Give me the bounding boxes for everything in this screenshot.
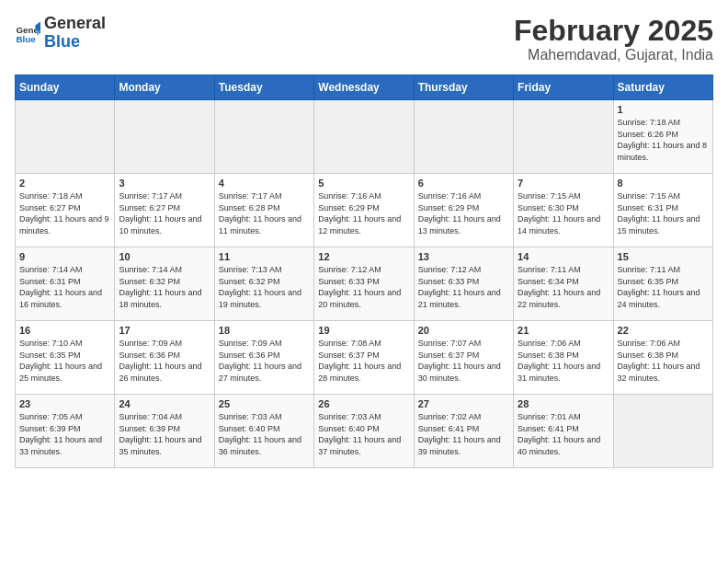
day-header-friday: Friday: [514, 75, 613, 100]
day-number: 19: [318, 325, 409, 336]
calendar-cell: 16Sunrise: 7:10 AMSunset: 6:35 PMDayligh…: [16, 321, 115, 395]
calendar-cell: 25Sunrise: 7:03 AMSunset: 6:40 PMDayligh…: [214, 395, 313, 468]
day-number: 4: [219, 178, 310, 189]
calendar-cell: 2Sunrise: 7:18 AMSunset: 6:27 PMDaylight…: [16, 174, 115, 247]
calendar-cell: [16, 100, 115, 174]
day-number: 7: [518, 178, 609, 189]
calendar-cell: [115, 100, 214, 174]
calendar-cell: 5Sunrise: 7:16 AMSunset: 6:29 PMDaylight…: [314, 174, 414, 247]
day-number: 21: [518, 325, 609, 336]
calendar-week-row: 16Sunrise: 7:10 AMSunset: 6:35 PMDayligh…: [16, 321, 713, 395]
day-info: Sunrise: 7:09 AMSunset: 6:36 PMDaylight:…: [119, 338, 210, 384]
day-info: Sunrise: 7:03 AMSunset: 6:40 PMDaylight:…: [219, 411, 310, 457]
calendar-cell: 20Sunrise: 7:07 AMSunset: 6:37 PMDayligh…: [414, 321, 513, 395]
calendar-cell: 18Sunrise: 7:09 AMSunset: 6:36 PMDayligh…: [214, 321, 313, 395]
calendar-table: SundayMondayTuesdayWednesdayThursdayFrid…: [15, 75, 713, 468]
day-number: 26: [318, 398, 409, 409]
day-number: 14: [518, 251, 609, 262]
day-info: Sunrise: 7:11 AMSunset: 6:34 PMDaylight:…: [518, 264, 609, 310]
day-info: Sunrise: 7:18 AMSunset: 6:27 PMDaylight:…: [19, 190, 110, 236]
day-info: Sunrise: 7:06 AMSunset: 6:38 PMDaylight:…: [618, 338, 709, 384]
day-number: 10: [119, 251, 210, 262]
day-number: 16: [19, 325, 110, 336]
calendar-cell: 22Sunrise: 7:06 AMSunset: 6:38 PMDayligh…: [613, 321, 712, 395]
day-info: Sunrise: 7:05 AMSunset: 6:39 PMDaylight:…: [19, 411, 110, 457]
calendar-cell: 23Sunrise: 7:05 AMSunset: 6:39 PMDayligh…: [16, 395, 115, 468]
day-number: 22: [618, 325, 709, 336]
logo-blue-text: Blue: [44, 33, 106, 52]
calendar-header-row: SundayMondayTuesdayWednesdayThursdayFrid…: [16, 75, 713, 100]
day-header-thursday: Thursday: [414, 75, 513, 100]
day-header-monday: Monday: [115, 75, 214, 100]
calendar-cell: 10Sunrise: 7:14 AMSunset: 6:32 PMDayligh…: [115, 247, 214, 321]
day-number: 20: [418, 325, 509, 336]
day-info: Sunrise: 7:17 AMSunset: 6:27 PMDaylight:…: [119, 190, 210, 236]
calendar-cell: 21Sunrise: 7:06 AMSunset: 6:38 PMDayligh…: [514, 321, 613, 395]
calendar-week-row: 2Sunrise: 7:18 AMSunset: 6:27 PMDaylight…: [16, 174, 713, 247]
title-area: February 2025 Mahemdavad, Gujarat, India: [514, 15, 713, 63]
day-number: 5: [318, 178, 409, 189]
day-number: 13: [418, 251, 509, 262]
day-number: 8: [618, 178, 709, 189]
calendar-cell: 24Sunrise: 7:04 AMSunset: 6:39 PMDayligh…: [115, 395, 214, 468]
day-number: 2: [19, 178, 110, 189]
day-info: Sunrise: 7:14 AMSunset: 6:32 PMDaylight:…: [119, 264, 210, 310]
day-info: Sunrise: 7:14 AMSunset: 6:31 PMDaylight:…: [19, 264, 110, 310]
day-info: Sunrise: 7:02 AMSunset: 6:41 PMDaylight:…: [418, 411, 509, 457]
calendar-cell: 17Sunrise: 7:09 AMSunset: 6:36 PMDayligh…: [115, 321, 214, 395]
day-info: Sunrise: 7:16 AMSunset: 6:29 PMDaylight:…: [418, 190, 509, 236]
day-number: 3: [119, 178, 210, 189]
calendar-cell: 3Sunrise: 7:17 AMSunset: 6:27 PMDaylight…: [115, 174, 214, 247]
calendar-cell: 13Sunrise: 7:12 AMSunset: 6:33 PMDayligh…: [414, 247, 513, 321]
logo: General Blue General Blue: [15, 15, 106, 52]
day-number: 1: [618, 104, 709, 115]
calendar-subtitle: Mahemdavad, Gujarat, India: [514, 47, 713, 63]
calendar-cell: [514, 100, 613, 174]
day-info: Sunrise: 7:12 AMSunset: 6:33 PMDaylight:…: [318, 264, 409, 310]
calendar-week-row: 1Sunrise: 7:18 AMSunset: 6:26 PMDaylight…: [16, 100, 713, 174]
day-number: 23: [19, 398, 110, 409]
calendar-cell: [314, 100, 414, 174]
day-header-saturday: Saturday: [613, 75, 712, 100]
calendar-cell: 11Sunrise: 7:13 AMSunset: 6:32 PMDayligh…: [214, 247, 313, 321]
calendar-cell: 19Sunrise: 7:08 AMSunset: 6:37 PMDayligh…: [314, 321, 414, 395]
header: General Blue General Blue February 2025 …: [15, 15, 713, 63]
day-number: 6: [418, 178, 509, 189]
day-info: Sunrise: 7:09 AMSunset: 6:36 PMDaylight:…: [219, 338, 310, 384]
day-info: Sunrise: 7:07 AMSunset: 6:37 PMDaylight:…: [418, 338, 509, 384]
calendar-cell: [613, 395, 712, 468]
day-info: Sunrise: 7:13 AMSunset: 6:32 PMDaylight:…: [219, 264, 310, 310]
calendar-cell: 7Sunrise: 7:15 AMSunset: 6:30 PMDaylight…: [514, 174, 613, 247]
day-header-sunday: Sunday: [16, 75, 115, 100]
day-number: 18: [219, 325, 310, 336]
calendar-title: February 2025: [514, 15, 713, 47]
day-header-tuesday: Tuesday: [214, 75, 313, 100]
calendar-cell: [214, 100, 313, 174]
day-info: Sunrise: 7:15 AMSunset: 6:30 PMDaylight:…: [518, 190, 609, 236]
day-number: 25: [219, 398, 310, 409]
day-number: 27: [418, 398, 509, 409]
calendar-cell: 15Sunrise: 7:11 AMSunset: 6:35 PMDayligh…: [613, 247, 712, 321]
day-number: 28: [518, 398, 609, 409]
day-info: Sunrise: 7:11 AMSunset: 6:35 PMDaylight:…: [618, 264, 709, 310]
day-number: 24: [119, 398, 210, 409]
day-info: Sunrise: 7:04 AMSunset: 6:39 PMDaylight:…: [119, 411, 210, 457]
day-number: 11: [219, 251, 310, 262]
day-info: Sunrise: 7:18 AMSunset: 6:26 PMDaylight:…: [618, 117, 709, 163]
calendar-cell: 14Sunrise: 7:11 AMSunset: 6:34 PMDayligh…: [514, 247, 613, 321]
day-info: Sunrise: 7:17 AMSunset: 6:28 PMDaylight:…: [219, 190, 310, 236]
calendar-cell: 8Sunrise: 7:15 AMSunset: 6:31 PMDaylight…: [613, 174, 712, 247]
calendar-cell: [414, 100, 513, 174]
day-info: Sunrise: 7:06 AMSunset: 6:38 PMDaylight:…: [518, 338, 609, 384]
calendar-cell: 4Sunrise: 7:17 AMSunset: 6:28 PMDaylight…: [214, 174, 313, 247]
day-info: Sunrise: 7:16 AMSunset: 6:29 PMDaylight:…: [318, 190, 409, 236]
day-number: 9: [19, 251, 110, 262]
day-number: 12: [318, 251, 409, 262]
day-number: 15: [618, 251, 709, 262]
logo-icon: General Blue: [15, 20, 40, 46]
calendar-cell: 26Sunrise: 7:03 AMSunset: 6:40 PMDayligh…: [314, 395, 414, 468]
svg-text:Blue: Blue: [16, 34, 36, 44]
calendar-week-row: 9Sunrise: 7:14 AMSunset: 6:31 PMDaylight…: [16, 247, 713, 321]
day-info: Sunrise: 7:03 AMSunset: 6:40 PMDaylight:…: [318, 411, 409, 457]
day-info: Sunrise: 7:12 AMSunset: 6:33 PMDaylight:…: [418, 264, 509, 310]
